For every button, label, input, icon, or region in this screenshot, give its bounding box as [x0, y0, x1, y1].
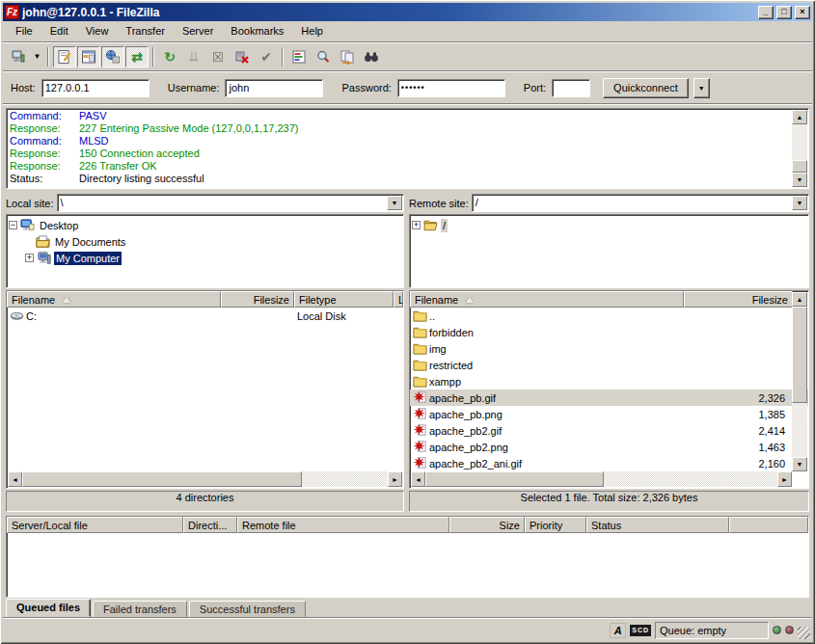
file-row-c-drive[interactable]: C: Local Disk	[7, 308, 403, 324]
file-row[interactable]: xampp	[410, 373, 808, 389]
menu-server[interactable]: Server	[174, 23, 222, 39]
toggle-message-log-button[interactable]	[53, 46, 76, 67]
file-row[interactable]: apache_pb2.png 1,463	[410, 439, 808, 455]
scroll-up-button[interactable]: ▲	[792, 110, 807, 124]
file-row[interactable]: apache_pb2.gif 2,414	[410, 422, 808, 439]
minimize-button[interactable]: _	[758, 6, 774, 19]
file-row-selected[interactable]: apache_pb.gif 2,326	[410, 389, 808, 406]
maximize-button[interactable]: □	[776, 6, 792, 19]
tab-failed-transfers[interactable]: Failed transfers	[93, 601, 187, 617]
tab-queued-files[interactable]: Queued files	[6, 599, 91, 617]
log-vertical-scrollbar[interactable]: ▲ ▼	[792, 110, 807, 187]
combo-dropdown-button[interactable]: ▼	[387, 196, 402, 210]
file-row[interactable]: apache_pb2_ani.gif 2,160	[410, 455, 808, 471]
local-directory-tree[interactable]: − Desktop My Documents +	[6, 214, 404, 288]
column-header-filesize[interactable]: Filesize	[221, 291, 294, 308]
column-header-filesize[interactable]: Filesize	[684, 291, 793, 308]
menu-bookmarks[interactable]: Bookmarks	[222, 23, 292, 39]
quickconnect-button[interactable]: Quickconnect	[603, 78, 689, 98]
remote-horizontal-scrollbar[interactable]: ◄ ►	[411, 471, 792, 487]
remote-directory-tree[interactable]: + /	[409, 214, 809, 288]
scroll-track[interactable]	[604, 471, 777, 487]
local-file-list[interactable]: Filename Filesize Filetype L	[6, 290, 404, 489]
password-input[interactable]	[397, 79, 505, 97]
tree-node-my-computer[interactable]: + My Computer	[9, 250, 401, 266]
file-row[interactable]: ..	[410, 308, 808, 324]
scroll-thumb[interactable]	[792, 307, 807, 403]
scroll-up-button[interactable]: ▲	[792, 292, 807, 307]
cancel-operation-button[interactable]: ☒	[206, 46, 230, 67]
menu-transfer[interactable]: Transfer	[117, 23, 174, 39]
scroll-thumb[interactable]	[425, 471, 604, 487]
remote-site-combobox[interactable]: / ▼	[472, 194, 809, 212]
site-manager-button[interactable]	[7, 46, 30, 67]
tree-node-root[interactable]: + /	[412, 217, 806, 233]
file-row[interactable]: img	[410, 340, 808, 357]
port-input[interactable]	[552, 79, 590, 97]
remote-vertical-scrollbar[interactable]: ▲ ▼	[792, 292, 807, 471]
file-row[interactable]: apache_pb.png 1,385	[410, 406, 808, 422]
column-header-filename[interactable]: Filename	[7, 291, 221, 308]
tree-node-my-documents[interactable]: My Documents	[9, 233, 401, 250]
column-header-filetype[interactable]: Filetype	[294, 291, 394, 308]
expand-icon[interactable]: +	[412, 221, 421, 229]
title-bar[interactable]: Fz john@127.0.0.1 - FileZilla _ □ ×	[3, 3, 812, 21]
column-header-size[interactable]: Size	[449, 517, 525, 533]
synchronized-browsing-button[interactable]	[336, 46, 359, 67]
transfer-queue[interactable]: Server/Local file Directi... Remote file…	[6, 516, 809, 598]
scroll-thumb[interactable]	[22, 471, 302, 487]
toggle-local-tree-button[interactable]	[77, 46, 100, 67]
search-button[interactable]	[312, 46, 335, 67]
scroll-left-button[interactable]: ◄	[8, 471, 22, 487]
column-header-filename[interactable]: Filename	[410, 291, 684, 308]
column-header-status[interactable]: Status	[586, 517, 729, 533]
scroll-track[interactable]	[302, 471, 388, 487]
quickconnect-dropdown-button[interactable]: ▼	[693, 78, 710, 98]
column-header-priority[interactable]: Priority	[525, 517, 586, 533]
collapse-icon[interactable]: −	[9, 221, 17, 229]
menu-file[interactable]: File	[7, 23, 41, 39]
find-files-button[interactable]	[360, 46, 383, 67]
scroll-track[interactable]	[792, 403, 807, 457]
remote-file-list[interactable]: Filename Filesize .. forbidden img	[409, 290, 809, 489]
resize-grip[interactable]	[798, 627, 810, 639]
column-header-server-local-file[interactable]: Server/Local file	[7, 517, 183, 533]
toggle-remote-tree-button[interactable]	[101, 46, 124, 67]
column-header-last-modified[interactable]: L	[394, 291, 403, 308]
toggle-transfer-queue-button[interactable]: ⇄	[125, 46, 149, 67]
expand-icon[interactable]: +	[25, 254, 34, 262]
menu-edit[interactable]: Edit	[41, 23, 77, 39]
scroll-right-button[interactable]: ►	[777, 471, 792, 487]
reconnect-button[interactable]: ✔	[255, 46, 278, 67]
scroll-right-button[interactable]: ►	[388, 471, 402, 487]
tree-node-label-selected: /	[441, 219, 448, 232]
menu-view[interactable]: View	[77, 23, 118, 39]
refresh-button[interactable]: ↻	[158, 46, 181, 67]
scroll-down-button[interactable]: ▼	[792, 173, 807, 187]
tree-node-desktop[interactable]: − Desktop	[9, 217, 401, 233]
disconnect-button[interactable]	[231, 46, 254, 67]
process-queue-button[interactable]: ⇊	[182, 46, 205, 67]
scroll-left-button[interactable]: ◄	[411, 471, 425, 487]
site-manager-dropdown-button[interactable]: ▼	[31, 46, 43, 67]
username-input[interactable]	[225, 79, 323, 97]
scroll-track[interactable]	[792, 124, 807, 160]
menu-help[interactable]: Help	[292, 23, 332, 39]
tab-successful-transfers[interactable]: Successful transfers	[189, 601, 306, 617]
filter-button[interactable]	[287, 46, 311, 67]
combo-dropdown-button[interactable]: ▼	[792, 196, 807, 210]
file-name: C:	[26, 310, 37, 322]
log-text: 226 Transfer OK	[79, 160, 157, 173]
scroll-down-button[interactable]: ▼	[792, 457, 807, 471]
host-input[interactable]	[41, 79, 149, 97]
file-row[interactable]: forbidden	[410, 324, 808, 340]
scroll-thumb[interactable]	[792, 160, 807, 173]
local-horizontal-scrollbar[interactable]: ◄ ►	[8, 471, 402, 487]
column-header-direction[interactable]: Directi...	[183, 517, 237, 533]
file-row[interactable]: restricted	[410, 357, 808, 373]
column-header-remote-file[interactable]: Remote file	[237, 517, 449, 533]
file-name: ..	[429, 310, 435, 322]
message-log[interactable]: Command: PASV Response: 227 Entering Pas…	[6, 108, 809, 189]
close-button[interactable]: ×	[795, 6, 810, 19]
local-site-combobox[interactable]: \ ▼	[57, 194, 404, 212]
